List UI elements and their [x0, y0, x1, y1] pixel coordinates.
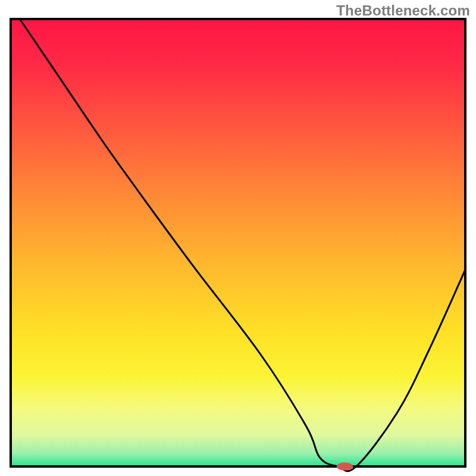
plot-background [11, 19, 465, 466]
bottleneck-chart: TheBottleneck.com [0, 0, 476, 476]
watermark-text: TheBottleneck.com [336, 2, 470, 19]
optimum-marker [337, 462, 353, 471]
chart-svg [0, 0, 476, 476]
